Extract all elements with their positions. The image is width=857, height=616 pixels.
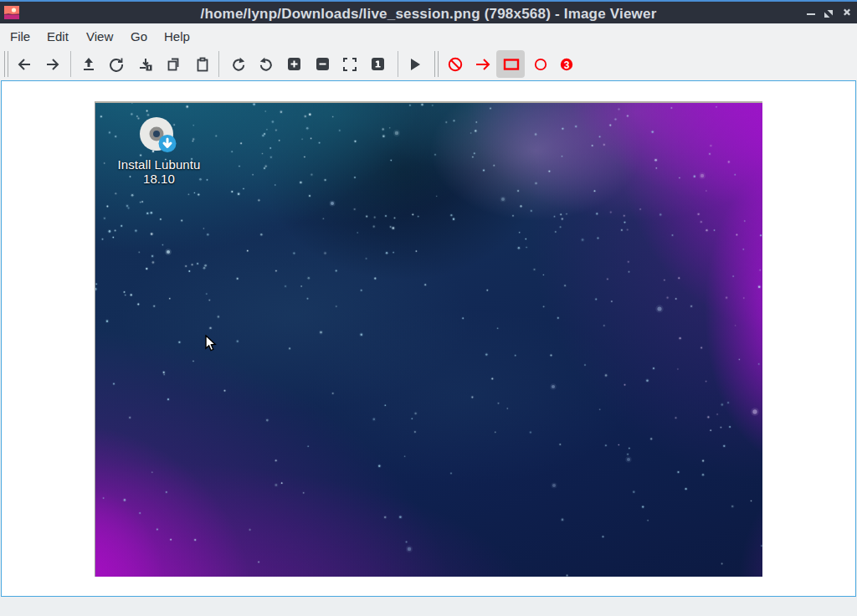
svg-text:3: 3: [564, 59, 570, 70]
